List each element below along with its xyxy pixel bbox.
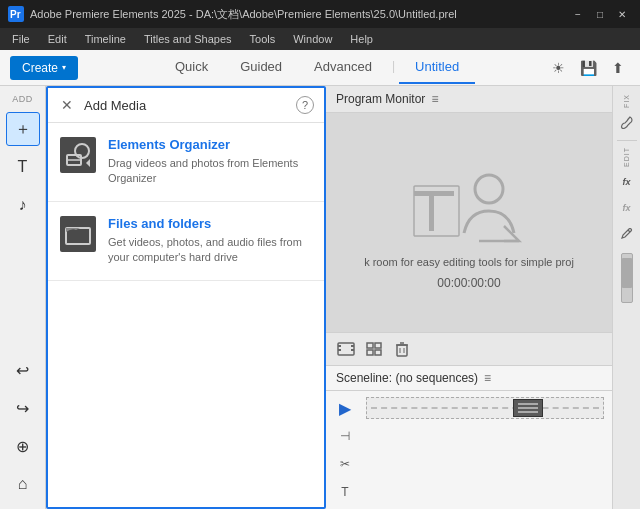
- elements-organizer-text: Elements Organizer Drag videos and photo…: [108, 137, 312, 187]
- add-media-button[interactable]: ＋: [6, 112, 40, 146]
- redo-icon: ↪: [16, 399, 29, 418]
- menu-tools[interactable]: Tools: [242, 31, 284, 47]
- files-folders-title: Files and folders: [108, 216, 312, 231]
- fix-label: FIX: [623, 94, 630, 108]
- main-area: ADD ＋ T ♪ ↩ ↪ ⊕ ⌂ ✕ Add Med: [0, 86, 640, 509]
- elements-organizer-title: Elements Organizer: [108, 137, 312, 152]
- svg-point-9: [475, 175, 503, 203]
- play-button[interactable]: ▶: [334, 397, 356, 419]
- svg-rect-14: [338, 349, 341, 351]
- sidebar-bottom: ↩ ↪ ⊕ ⌂: [6, 353, 40, 509]
- music-icon: ♪: [19, 196, 27, 214]
- menu-bar: File Edit Timeline Titles and Shapes Too…: [0, 28, 640, 50]
- undo-button[interactable]: ↩: [6, 353, 40, 387]
- svg-line-26: [628, 230, 630, 232]
- panel-header: ✕ Add Media ?: [48, 88, 324, 123]
- monitor-text-hint: k room for easy editing tools for simple…: [344, 256, 594, 268]
- title-bar-controls: − □ ✕: [568, 6, 632, 22]
- elements-organizer-option[interactable]: Elements Organizer Drag videos and photo…: [48, 123, 324, 202]
- filmstrip-button[interactable]: [334, 337, 358, 361]
- menu-window[interactable]: Window: [285, 31, 340, 47]
- music-button[interactable]: ♪: [6, 188, 40, 222]
- home-icon: ⌂: [18, 475, 28, 493]
- svg-rect-20: [375, 350, 381, 355]
- menu-help[interactable]: Help: [342, 31, 381, 47]
- sceneline-track: [366, 397, 604, 419]
- monitor-header: Program Monitor ≡: [326, 86, 612, 113]
- sceneline-title: Sceneline: (no sequences): [336, 371, 478, 385]
- clip-lines: [518, 402, 538, 414]
- panel-close-button[interactable]: ✕: [58, 96, 76, 114]
- wrench-icon: [620, 116, 634, 130]
- sceneline-tool-row-2: ⊣: [334, 423, 604, 449]
- color-button[interactable]: [616, 223, 638, 245]
- app-icon: Pr: [8, 6, 24, 22]
- right-sidebar: FIX EDIT fx fx: [612, 86, 640, 509]
- sceneline-tool-row-4: T: [334, 479, 604, 505]
- tab-bar: Create ▾ Quick Guided Advanced | Untitle…: [0, 50, 640, 86]
- create-dropdown-arrow: ▾: [62, 63, 66, 72]
- menu-edit[interactable]: Edit: [40, 31, 75, 47]
- create-button[interactable]: Create ▾: [10, 56, 78, 80]
- undo-icon: ↩: [16, 361, 29, 380]
- menu-titles-shapes[interactable]: Titles and Shapes: [136, 31, 240, 47]
- delete-button[interactable]: [390, 337, 414, 361]
- split-button[interactable]: ⊣: [334, 425, 356, 447]
- sceneline-menu-icon[interactable]: ≡: [484, 371, 491, 385]
- tab-untitled[interactable]: Untitled: [399, 51, 475, 84]
- redo-button[interactable]: ↪: [6, 391, 40, 425]
- tab-icons: ☀ 💾 ⬆: [546, 56, 630, 80]
- tab-separator: |: [388, 51, 399, 84]
- elements-organizer-icon: [60, 137, 96, 173]
- fx-button-2[interactable]: fx: [616, 197, 638, 219]
- sceneline-tools: ▶ ⊣: [326, 391, 612, 509]
- svg-rect-17: [367, 343, 373, 348]
- svg-marker-5: [86, 159, 90, 167]
- search-button[interactable]: ⊕: [6, 429, 40, 463]
- files-folders-option[interactable]: Files and folders Get videos, photos, an…: [48, 202, 324, 281]
- right-divider-1: [617, 140, 637, 141]
- tab-group: Quick Guided Advanced | Untitled: [88, 51, 546, 84]
- text-tool-button[interactable]: T: [334, 481, 356, 503]
- fx-button-1[interactable]: fx: [616, 171, 638, 193]
- brightness-button[interactable]: ☀: [546, 56, 570, 80]
- fx-icon-2: fx: [622, 203, 630, 213]
- search-icon: ⊕: [16, 437, 29, 456]
- tab-guided[interactable]: Guided: [224, 51, 298, 84]
- scissors-button[interactable]: ✂: [334, 453, 356, 475]
- close-button[interactable]: ✕: [612, 6, 632, 22]
- pen-icon: [621, 228, 633, 240]
- files-folders-text: Files and folders Get videos, photos, an…: [108, 216, 312, 266]
- home-button[interactable]: ⌂: [6, 467, 40, 501]
- menu-timeline[interactable]: Timeline: [77, 31, 134, 47]
- text-button[interactable]: T: [6, 150, 40, 184]
- svg-rect-7: [414, 191, 454, 196]
- left-sidebar: ADD ＋ T ♪ ↩ ↪ ⊕ ⌂: [0, 86, 46, 509]
- title-bar: Pr Adobe Premiere Elements 2025 - DA:\文档…: [0, 0, 640, 28]
- timecode: 00:00:00:00: [437, 276, 500, 290]
- sceneline-tool-row-3: ✂: [334, 451, 604, 477]
- monitor-menu-icon[interactable]: ≡: [431, 92, 438, 106]
- panel-help-button[interactable]: ?: [296, 96, 314, 114]
- wrench-button[interactable]: [616, 112, 638, 134]
- add-label: ADD: [12, 94, 33, 104]
- svg-text:Pr: Pr: [10, 9, 21, 20]
- right-scroll-track[interactable]: [621, 253, 633, 303]
- svg-rect-19: [367, 350, 373, 355]
- menu-file[interactable]: File: [4, 31, 38, 47]
- text-icon: T: [18, 158, 28, 176]
- svg-rect-13: [338, 345, 341, 347]
- grid-button[interactable]: [362, 337, 386, 361]
- svg-rect-18: [375, 343, 381, 348]
- add-icon: ＋: [15, 119, 31, 140]
- filmstrip-icon: [337, 342, 355, 356]
- monitor-controls: [326, 332, 612, 365]
- sceneline-area: Sceneline: (no sequences) ≡ ▶: [326, 365, 612, 509]
- maximize-button[interactable]: □: [590, 6, 610, 22]
- save-button[interactable]: 💾: [576, 56, 600, 80]
- tab-quick[interactable]: Quick: [159, 51, 224, 84]
- tab-advanced[interactable]: Advanced: [298, 51, 388, 84]
- export-button[interactable]: ⬆: [606, 56, 630, 80]
- minimize-button[interactable]: −: [568, 6, 588, 22]
- monitor-placeholder-svg: [409, 156, 529, 256]
